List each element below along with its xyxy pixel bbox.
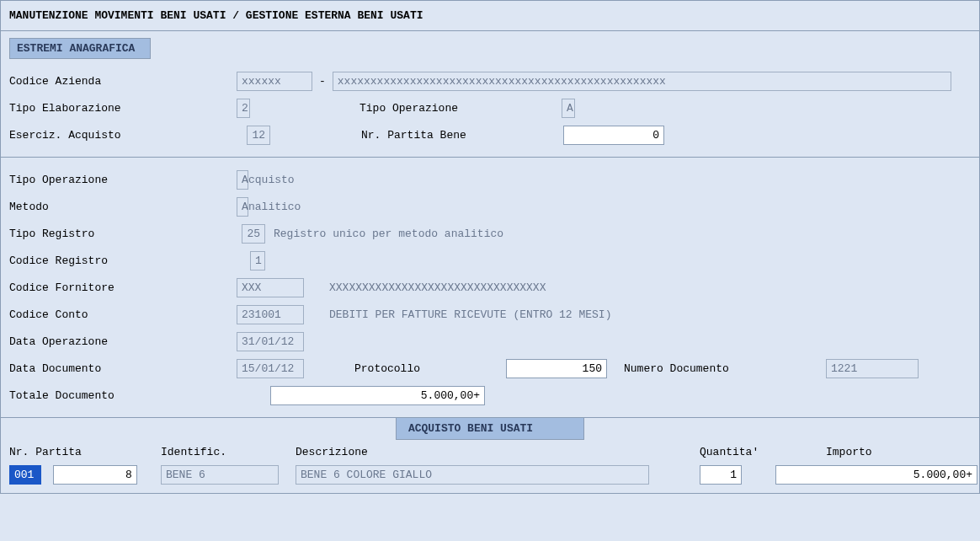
desc-tipo-operazione: cquisto	[248, 174, 295, 186]
field-nr-partita-bene[interactable]	[563, 126, 664, 145]
separator-dash: -	[319, 75, 326, 88]
label-codice-azienda: Codice Azienda	[9, 75, 237, 88]
label-codice-conto: Codice Conto	[9, 308, 237, 321]
field-nr-partita-sel[interactable]	[9, 465, 41, 485]
col-header-quantita: Quantita'	[666, 446, 767, 458]
tab-acquisto-beni-usati[interactable]: ACQUISTO BENI USATI	[396, 417, 584, 440]
field-nr-partita-row[interactable]	[53, 465, 137, 485]
label-data-operazione: Data Operazione	[9, 335, 237, 348]
field-codice-fornitore[interactable]: XXX	[237, 278, 304, 297]
label-tipo-operazione-2: Tipo Operazione	[9, 174, 237, 186]
field-tipo-elaborazione[interactable]: 2	[237, 99, 250, 118]
field-numero-documento[interactable]: 1221	[826, 359, 919, 378]
label-tipo-elaborazione: Tipo Elaborazione	[9, 102, 237, 115]
field-codice-conto[interactable]: 231001	[237, 305, 304, 324]
field-data-operazione[interactable]: 31/01/12	[237, 332, 304, 351]
label-codice-fornitore: Codice Fornitore	[9, 281, 237, 294]
page-title: MANUTENZIONE MOVIMENTI BENI USATI / GEST…	[1, 9, 979, 30]
field-metodo[interactable]: A	[237, 197, 248, 217]
col-header-nr-partita: Nr. Partita	[9, 446, 161, 458]
label-eserciz-acquisto: Eserciz. Acquisto	[9, 129, 237, 142]
label-numero-documento: Numero Documento	[624, 362, 826, 375]
field-quantita-row[interactable]	[700, 465, 742, 485]
table-row: BENE 6 BENE 6 COLORE GIALLO	[1, 463, 979, 493]
field-tipo-operazione-2[interactable]: A	[237, 170, 248, 190]
col-header-importo: Importo	[767, 446, 935, 458]
field-tipo-registro[interactable]: 25	[242, 224, 265, 244]
desc-codice-conto: DEBITI PER FATTURE RICEVUTE (ENTRO 12 ME…	[329, 308, 611, 321]
field-codice-azienda-desc: xxxxxxxxxxxxxxxxxxxxxxxxxxxxxxxxxxxxxxxx…	[333, 72, 951, 91]
field-codice-registro[interactable]: 1	[250, 251, 265, 270]
field-identific-row[interactable]: BENE 6	[161, 465, 279, 485]
label-metodo: Metodo	[9, 201, 237, 213]
desc-tipo-registro: Registro unico per metodo analitico	[274, 228, 503, 240]
label-data-documento: Data Documento	[9, 362, 237, 375]
label-codice-registro: Codice Registro	[9, 254, 237, 267]
label-protocollo: Protocollo	[354, 362, 506, 375]
field-codice-azienda[interactable]: xxxxxx	[237, 72, 312, 91]
field-protocollo[interactable]	[506, 359, 607, 378]
field-importo-row[interactable]	[775, 465, 977, 485]
desc-metodo: nalitico	[248, 201, 301, 213]
label-tipo-registro: Tipo Registro	[9, 228, 237, 240]
field-descrizione-row[interactable]: BENE 6 COLORE GIALLO	[296, 465, 649, 485]
field-tipo-operazione-1[interactable]: A	[562, 99, 575, 118]
col-header-identific: Identific.	[161, 446, 296, 458]
section-header-anagrafica: ESTREMI ANAGRAFICA	[9, 38, 151, 59]
field-data-documento[interactable]: 15/01/12	[237, 359, 304, 378]
label-nr-partita-bene: Nr. Partita Bene	[353, 129, 496, 142]
field-totale-documento[interactable]	[270, 386, 485, 405]
desc-codice-fornitore: XXXXXXXXXXXXXXXXXXXXXXXXXXXXXXXXX	[329, 281, 546, 294]
field-eserciz-acquisto[interactable]: 12	[247, 126, 270, 145]
col-header-descrizione: Descrizione	[296, 446, 666, 458]
label-totale-documento: Totale Documento	[9, 389, 237, 402]
label-tipo-operazione-1: Tipo Operazione	[351, 102, 494, 115]
